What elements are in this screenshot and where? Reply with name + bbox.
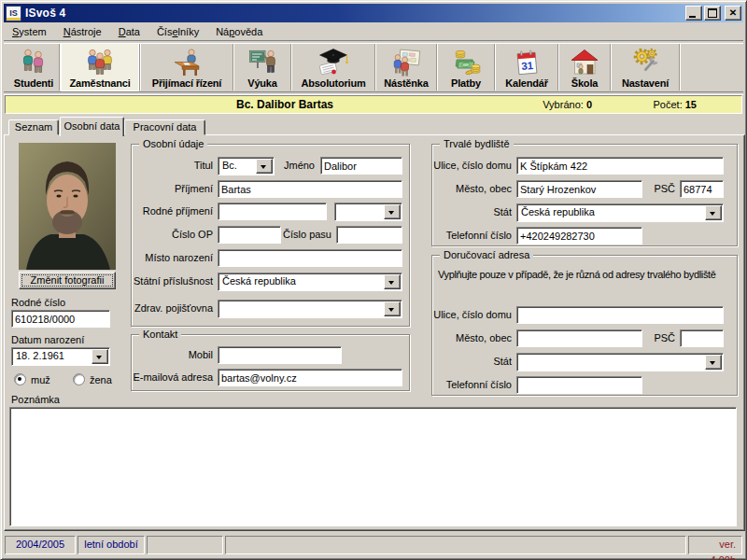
- menu-item-system[interactable]: System: [4, 24, 55, 39]
- id-card-label: Číslo OP: [172, 226, 213, 244]
- birth-surname-combobox[interactable]: [334, 203, 402, 221]
- group-permanent-address: Trvalé bydliště Ulice, číslo domu Město,…: [431, 144, 738, 246]
- perm-state-combobox[interactable]: Česká republika: [516, 203, 724, 222]
- selected-count: Vybráno: 0: [543, 99, 592, 110]
- toolbar-separator: [679, 44, 681, 91]
- menubar: System Nástroje Data Číselníky Nápověda: [4, 23, 743, 40]
- deliv-street-input[interactable]: [516, 306, 724, 324]
- email-label: E-mailová adresa: [133, 369, 213, 386]
- radio-female-icon[interactable]: [73, 373, 85, 385]
- close-button[interactable]: ✕: [725, 6, 741, 21]
- toolbar-button-kalendar[interactable]: 31 Kalendář: [496, 43, 557, 91]
- dropdown-arrow-icon[interactable]: [705, 205, 722, 220]
- toolbar-button-platby[interactable]: Platby: [438, 43, 494, 91]
- menu-item-napoveda[interactable]: Nápověda: [207, 24, 271, 39]
- payments-icon: [451, 48, 481, 77]
- radio-male-icon[interactable]: [14, 373, 26, 385]
- toolbar-button-label: Absolutorium: [301, 77, 365, 90]
- title-value: Bc.: [222, 160, 257, 171]
- toolbar-button-label: Nástěnka: [384, 77, 428, 90]
- menu-item-ciselniky[interactable]: Číselníky: [148, 24, 207, 39]
- record-title: Bc. Dalibor Bartas: [236, 98, 333, 111]
- insurance-combobox[interactable]: [218, 300, 402, 318]
- perm-city-input[interactable]: [516, 180, 642, 198]
- statusbar-panel-empty: [225, 536, 686, 554]
- maximize-button[interactable]: [704, 6, 721, 21]
- window-title: ISvoš 4: [25, 7, 684, 20]
- deliv-phone-label: Telefonní číslo: [446, 376, 512, 394]
- minimize-button[interactable]: [685, 6, 702, 21]
- toolbar-button-skola[interactable]: Škola: [559, 43, 610, 91]
- deliv-zip-input[interactable]: [680, 329, 724, 347]
- dropdown-arrow-icon[interactable]: [384, 204, 401, 219]
- toolbar-button-label: Zaměstnanci: [69, 77, 130, 90]
- toolbar-button-nastenka[interactable]: Nástěnka: [376, 43, 436, 91]
- perm-phone-input[interactable]: [516, 227, 642, 245]
- toolbar-button-zamestnanci[interactable]: Zaměstnanci: [61, 43, 139, 91]
- title-label: Titul: [194, 157, 213, 175]
- perm-street-input[interactable]: [516, 157, 724, 175]
- email-input[interactable]: [218, 369, 402, 386]
- deliv-phone-input[interactable]: [516, 376, 642, 394]
- toolbar-button-absolutorium[interactable]: Absolutorium: [292, 43, 374, 91]
- toolbar-button-vyuka[interactable]: Výuka: [234, 43, 290, 91]
- deliv-city-label: Město, obec: [456, 329, 512, 347]
- group-contact-title: Kontakt: [139, 328, 181, 341]
- dropdown-arrow-icon[interactable]: [256, 159, 273, 174]
- titlebar: IS ISvoš 4 ✕: [4, 4, 743, 22]
- toolbar-button-nastaveni[interactable]: Nastavení: [612, 43, 679, 91]
- record-count: Počet: 15: [654, 99, 698, 110]
- id-card-input[interactable]: [218, 226, 281, 244]
- group-delivery-address-title: Doručovací adresa: [440, 248, 533, 261]
- delivery-note: Vyplňujte pouze v případě, že je různá o…: [438, 266, 716, 284]
- group-personal: Osobní údaje Titul Bc. Jméno Příjmení Ro…: [131, 144, 410, 327]
- menu-item-data[interactable]: Data: [110, 24, 148, 39]
- gender-radio-female[interactable]: žena: [73, 373, 112, 385]
- graduation-icon: [317, 48, 349, 77]
- birth-place-label: Místo narození: [145, 249, 213, 267]
- mobile-input[interactable]: [218, 346, 342, 364]
- birth-surname-input[interactable]: [218, 203, 327, 220]
- toolbar-button-prijimaci-rizeni[interactable]: Přijímací řízení: [141, 43, 233, 91]
- employee-photo: [19, 143, 116, 270]
- birth-place-input[interactable]: [218, 249, 402, 267]
- deliv-state-combobox[interactable]: [516, 353, 724, 371]
- perm-state-label: Stát: [493, 203, 512, 221]
- dropdown-arrow-icon[interactable]: [384, 301, 401, 316]
- statusbar-version: ver. 4.00b: [688, 536, 742, 554]
- statusbar: 2004/2005 letní období ver. 4.00b: [4, 534, 743, 556]
- note-textarea[interactable]: [9, 407, 737, 526]
- first-name-label: Jméno: [284, 157, 315, 175]
- first-name-input[interactable]: [320, 157, 402, 175]
- group-delivery-address: Doručovací adresa Vyplňujte pouze v příp…: [431, 255, 738, 396]
- dropdown-arrow-icon[interactable]: [384, 274, 401, 289]
- deliv-city-input[interactable]: [516, 329, 642, 347]
- statusbar-panel-empty: [147, 536, 223, 554]
- change-photo-button[interactable]: Změnit fotografii: [19, 272, 116, 289]
- tab-osobni-data[interactable]: Osobní data: [60, 117, 124, 136]
- tabstrip: Seznam Osobní data Pracovní data: [4, 117, 743, 135]
- menu-item-nastroje[interactable]: Nástroje: [55, 24, 110, 39]
- toolbar-button-studenti[interactable]: Studenti: [8, 43, 59, 91]
- group-personal-title: Osobní údaje: [139, 137, 207, 150]
- minimize-icon: [689, 16, 696, 18]
- title-combobox[interactable]: Bc.: [218, 157, 275, 175]
- passport-input[interactable]: [336, 226, 402, 244]
- dropdown-arrow-icon[interactable]: [705, 355, 722, 370]
- nationality-combobox[interactable]: Česká republika: [218, 273, 402, 291]
- surname-input[interactable]: [218, 180, 402, 198]
- nationality-label: Státní příslušnost: [134, 273, 213, 290]
- perm-zip-input[interactable]: [680, 180, 724, 198]
- toolbar-button-label: Nastavení: [622, 77, 669, 90]
- perm-zip-label: PSČ: [654, 180, 675, 198]
- tab-pracovni-data[interactable]: Pracovní data: [124, 119, 205, 135]
- teaching-icon: [247, 48, 277, 77]
- dropdown-arrow-icon[interactable]: [92, 349, 108, 364]
- students-icon: [19, 48, 49, 77]
- birth-number-input[interactable]: [11, 310, 110, 328]
- maximize-icon: [708, 8, 717, 18]
- birth-date-combobox[interactable]: 18. 2.1961: [11, 347, 110, 366]
- gender-radio-male[interactable]: muž: [14, 373, 50, 385]
- nationality-value: Česká republika: [222, 275, 385, 287]
- tab-seznam[interactable]: Seznam: [8, 119, 59, 135]
